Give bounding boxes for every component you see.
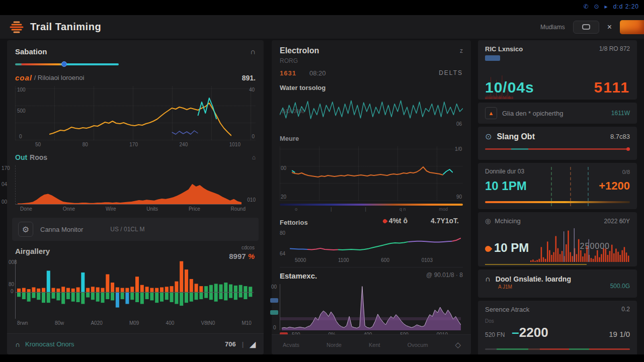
stat-value: 1631: [280, 69, 296, 77]
y-tick: 170: [2, 165, 10, 171]
y-tick-right: 0: [252, 134, 255, 139]
app-logo-icon: [9, 21, 24, 34]
corner-icon[interactable]: z: [460, 47, 463, 54]
door-card[interactable]: ∩ Doo! Gnslatie. loardng A J1M 500.0G: [478, 269, 637, 298]
slang-label: Slang Obt: [497, 132, 535, 141]
door-label: Doo! Gnslatie. loardng: [496, 275, 571, 283]
slider-handle[interactable]: [61, 61, 67, 67]
operating-label: Glia den * opicherthg: [502, 110, 563, 117]
outroos-title-accent: Out: [15, 153, 27, 161]
stat-time: 08:20: [309, 69, 326, 77]
y-tick: 0: [11, 289, 14, 294]
left-footer: ∩ Kronocast Onors 706 | ◢: [7, 333, 264, 354]
latency-label: / Riloiaoi loroenoi: [34, 74, 85, 81]
y-tick: 0: [19, 134, 22, 139]
rings-icon: ◎: [485, 217, 491, 225]
dashed-tick: [588, 167, 589, 206]
donnile-value: 10 1PM: [485, 179, 527, 193]
fettorios-chart: [290, 230, 461, 256]
latency-value: 891.: [242, 74, 256, 82]
y-tick: 008: [9, 259, 17, 265]
y-tick: 500: [17, 108, 26, 114]
footer-menu-item[interactable]: Norde: [327, 342, 342, 348]
invoice-badge: [485, 55, 500, 61]
footer-label[interactable]: Kronocast Onors: [25, 340, 74, 348]
slang-value: 8.7c83: [610, 133, 630, 140]
navigate-icon[interactable]: ◢: [250, 340, 256, 349]
header-action-button[interactable]: [620, 20, 644, 34]
serence-value: –2200: [512, 325, 548, 340]
estamexc-right: @ 90.01/8 · 8: [426, 272, 463, 279]
serence-small: Dos: [485, 318, 630, 324]
footer-menu-item[interactable]: Acvats: [283, 342, 299, 348]
y-tick-right: 40: [249, 87, 255, 93]
tray-clock: d:d 2:20: [613, 3, 639, 10]
latency-metric-row: coal / Riloiaoi loroenoi 891.: [15, 73, 256, 82]
middle-panel: Electrolon z RORG 1631 08:20 DELTS Water…: [272, 40, 471, 354]
dashboard-screen: ✆ ⊙ ▸ d:d 2:20 Trail Taniming Mudlams ×: [0, 0, 644, 362]
dashed-tick: [570, 167, 571, 206]
channel-value: US / 01CL M: [110, 226, 144, 233]
right-label: 010: [247, 197, 256, 203]
donnile-delta: +1200: [599, 179, 630, 193]
y-tick: 80: [9, 282, 14, 287]
y-tick-right: 90: [456, 194, 462, 200]
share-icon[interactable]: ◇: [455, 340, 461, 349]
saturation-slider[interactable]: [15, 60, 256, 68]
y-tick: 80: [280, 230, 285, 236]
app-title: Trail Taniming: [30, 21, 101, 33]
footer-menu-item[interactable]: Ovocum: [408, 342, 428, 348]
home-icon[interactable]: ⌂: [252, 154, 256, 161]
tray-phone-icon: ✆: [583, 3, 589, 10]
system-tray[interactable]: ✆ ⊙ ▸ d:d 2:20: [583, 3, 639, 10]
stat-right-label: DELTS: [439, 69, 463, 77]
right-panel: RIC Lxnsico 1/8 RO 872 10/04s 5111 ▲ Gli…: [478, 40, 637, 354]
outroos-x-labels: Done Onne Wire Units Price Round: [15, 205, 256, 212]
gradient-bar: [280, 204, 463, 206]
donnile-card: Donnile dur 03 0/8 10 1PM +1200: [478, 163, 637, 209]
donnile-right: 0/8: [622, 169, 630, 175]
latency-label-accent: coal: [15, 73, 32, 82]
window-mode-button[interactable]: [573, 21, 599, 34]
footer-menu-item[interactable]: Kent: [369, 342, 380, 348]
mchicing-card: ◎ Mchicing 2022 60Y 10 PM 250000: [478, 212, 637, 266]
fettorios-stat1: 4%t ô: [383, 217, 408, 225]
axis-badge-teal: [270, 310, 278, 315]
meure-chart: [292, 148, 453, 199]
serence-time: 520 FN: [485, 331, 505, 338]
expand-icon[interactable]: ∩: [250, 47, 256, 56]
outroos-chart-box: 170 04 00 010: [15, 165, 256, 205]
gear-icon[interactable]: ⚙: [18, 222, 33, 237]
slang-progress-line: [485, 148, 630, 150]
water-chart: [280, 96, 463, 128]
outroos-title: Roos: [30, 153, 47, 161]
y-tick-right: 1/0: [455, 146, 462, 152]
arch-icon: ∩: [485, 275, 491, 283]
invoice-value-left: 10/04s: [485, 79, 534, 96]
close-icon[interactable]: ×: [607, 23, 612, 32]
door-value: 500.0G: [610, 283, 630, 290]
channel-monitor-row[interactable]: ⚙ Canna Monitor US / 01CL M: [12, 218, 259, 241]
serence-right-value: 19 1/0: [609, 330, 630, 338]
y-tick: 64: [280, 251, 285, 256]
fettorios-chart-box: 80 64: [280, 230, 463, 256]
footer-separator: |: [242, 340, 244, 348]
stats-row: 1631 08:20 DELTS: [280, 69, 463, 77]
y-tick: 00: [281, 165, 286, 171]
operating-value: 1611W: [611, 110, 630, 117]
operating-row[interactable]: ▲ Glia den * opicherthg 1611W: [478, 103, 637, 124]
latency-chart: [49, 88, 231, 138]
middle-footer: Acvats Norde Kent Ovocum ◇: [272, 334, 471, 354]
header-user-label: Mudlams: [540, 24, 565, 31]
y-tick: 00: [271, 284, 277, 290]
y-tick: 20: [281, 194, 286, 200]
axis-badge-blue: [270, 298, 278, 303]
latency-x-labels: 50 80 170 240 1010: [15, 140, 256, 147]
drop-icon: [382, 218, 387, 224]
dashed-tick: [551, 167, 552, 206]
invoice-title: RIC Lxnsico: [485, 45, 523, 53]
fettorios-stats: 4%t ô 4.7Y1oT.: [383, 217, 459, 225]
line-end-dot: [626, 147, 630, 151]
invoice-value-right: 5111: [594, 79, 630, 96]
airgallery-title: Airgallery: [15, 247, 256, 255]
